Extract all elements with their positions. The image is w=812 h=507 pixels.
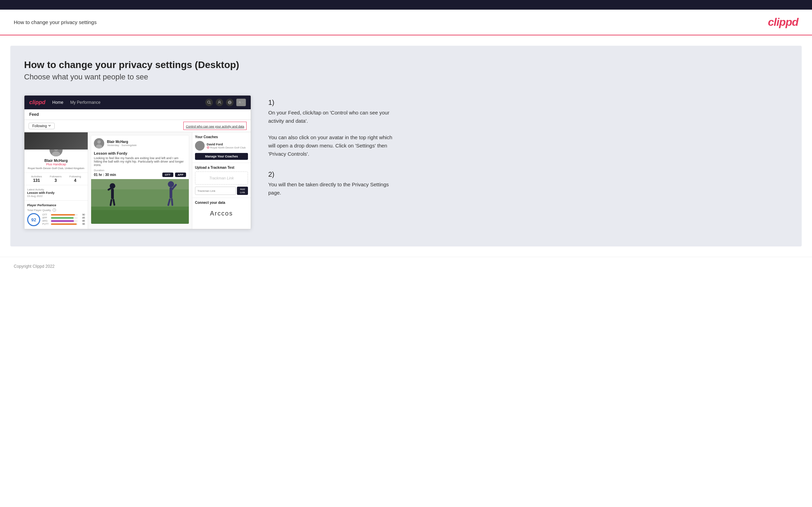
app-nav-logo: clippd [29,99,45,106]
feed-image [91,179,189,224]
score-bars: OTT 90 APP 85 ARG [42,213,85,226]
right-panel: Your Coaches David Ford Royal North Devo… [192,132,251,229]
tpq-score: 92 [27,213,40,226]
svg-point-8 [52,152,60,156]
nav-icons [205,99,246,106]
user-avatar-btn[interactable] [236,99,246,106]
coaches-section: Your Coaches David Ford Royal North Devo… [192,132,251,163]
feed-meta: Yesterday · Sunningdale [107,144,137,147]
stat-activities: Activities 131 [31,175,42,183]
instructions: 1) On your Feed, click/tap on 'Control w… [265,95,788,209]
feed-author-name: Blair McHarg [107,140,137,144]
nav-link-performance[interactable]: My Performance [70,100,100,105]
svg-point-0 [208,101,210,103]
tag-ott: OTT [162,173,173,177]
coach-avatar [195,141,205,151]
search-icon[interactable] [205,99,213,106]
instruction-2-text: You will then be taken directly to the P… [268,180,399,197]
feed-tab[interactable]: Feed [24,109,251,120]
app-mock: clippd Home My Performance [24,95,251,229]
bar-putt: PUTT 96 [42,223,85,225]
svg-rect-13 [91,189,189,210]
connect-title: Connect your data [195,201,248,205]
coach-item: David Ford Royal North Devon Golf Club [195,141,248,151]
clippd-logo: clippd [768,16,798,29]
svg-line-1 [210,103,211,104]
instruction-1-num: 1) [268,99,788,107]
bar-app: APP 85 [42,217,85,219]
control-privacy-link[interactable]: Control who can see your activity and da… [186,125,244,128]
svg-point-9 [97,140,101,144]
main-content: How to change your privacy settings (Des… [10,46,802,246]
footer: Copyright Clippd 2022 [0,257,812,276]
feed-tags: OTT APP [162,173,186,177]
latest-activity: Latest Activity Lesson with Fordy 03 Aug… [24,185,88,200]
header-title: How to change your privacy settings [14,19,97,25]
instruction-2: 2) You will then be taken directly to th… [268,170,788,197]
feed-item: Blair McHarg Yesterday · Sunningdale Les… [91,135,189,224]
feed-item-title: Lesson with Fordy [91,151,189,155]
bar-ott: OTT 90 [42,213,85,216]
profile-stats: Activities 131 Followers 3 Following 4 [24,173,88,185]
page-title: How to change your privacy settings (Des… [24,59,788,70]
header: How to change your privacy settings clip… [0,10,812,35]
trackman-input-row: Add Link [195,187,248,195]
globe-icon[interactable] [226,99,234,106]
profile-banner [24,132,88,150]
left-panel: Blair McHarg Plus Handicap Royal North D… [24,132,88,229]
feed-author-avatar [94,138,104,148]
instruction-2-num: 2) [268,170,788,178]
mid-panel: Blair McHarg Yesterday · Sunningdale Les… [88,132,192,229]
copyright: Copyright Clippd 2022 [14,264,55,269]
stat-following: Following 4 [69,175,81,183]
top-bar [0,0,812,10]
svg-point-24 [198,143,202,146]
profile-name: Blair McHarg [24,158,88,163]
tag-app: APP [175,173,186,177]
add-link-button[interactable]: Add Link [237,187,248,195]
feed-duration: Duration 01 hr : 30 min OTT APP [91,169,189,177]
svg-rect-15 [111,189,114,199]
tpq-row: 92 OTT 90 APP 85 [27,213,85,226]
svg-point-25 [197,146,203,151]
trackman-section: Upload a Trackman Test Trackman Link Add… [192,163,251,198]
player-performance: Player Performance Total Player Quality … [24,200,88,229]
arccos-logo: Arccos [195,207,248,221]
page-subtitle: Choose what you want people to see [24,73,788,81]
svg-point-10 [96,144,102,148]
svg-point-27 [208,147,208,148]
manage-coaches-button[interactable]: Manage Your Coaches [195,153,248,160]
bar-arg: ARG 86 [42,220,85,222]
instruction-1-text: On your Feed, click/tap on 'Control who … [268,109,399,158]
stat-followers: Followers 3 [50,175,62,183]
feed-item-desc: Looking to feel like my hands are exitin… [91,156,189,167]
trackman-title: Upload a Trackman Test [195,166,248,169]
coach-name: David Ford [207,143,246,146]
following-button[interactable]: Following [29,123,55,129]
connect-section: Connect your data Arccos [192,198,251,223]
trackman-placeholder: Trackman Link [195,172,248,185]
profile-tier: Plus Handicap [24,163,88,166]
person-icon[interactable] [216,99,223,106]
content-row: clippd Home My Performance [24,95,788,229]
app-nav: clippd Home My Performance [24,96,251,109]
nav-link-home[interactable]: Home [52,100,63,105]
instruction-1: 1) On your Feed, click/tap on 'Control w… [268,99,788,158]
svg-point-19 [168,181,174,187]
app-body: Blair McHarg Plus Handicap Royal North D… [24,132,251,229]
coach-club: Royal North Devon Golf Club [207,146,246,149]
tpq-label: Total Player Quality ? [27,208,85,212]
coaches-title: Your Coaches [195,135,248,139]
feed-item-header: Blair McHarg Yesterday · Sunningdale [91,135,189,151]
trackman-input[interactable] [195,187,236,195]
profile-club: Royal North Devon Golf Club, United King… [24,167,88,170]
